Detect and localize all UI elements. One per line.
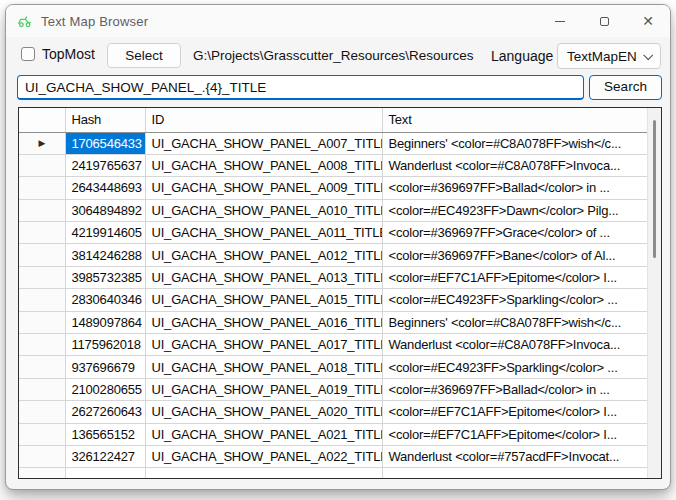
language-label: Language [491,48,553,64]
row-selector-cell[interactable] [19,423,65,445]
hash-cell[interactable]: 326122427 [65,445,145,467]
text-cell[interactable]: Beginners' <color=#C8A078FF>wish</c... [382,311,647,333]
text-cell[interactable]: <color=#EC4923FF>Sparkling</color> ... [382,289,647,311]
id-cell[interactable]: UI_GACHA_SHOW_PANEL_A012_TITLE [145,244,382,266]
column-header-hash[interactable]: Hash [65,108,145,132]
id-cell[interactable]: UI_GACHA_SHOW_PANEL_A009_TITLE [145,177,382,199]
grid-header-row: Hash ID Text [19,108,647,132]
text-cell[interactable]: <color=#369697FF>Ballad</color> in ... [382,378,647,400]
topmost-checkbox[interactable]: TopMost [21,46,95,62]
close-button[interactable]: ✕ [626,5,670,37]
hash-cell[interactable]: 136565152 [65,423,145,445]
id-cell[interactable]: UI_GACHA_SHOW_PANEL_A015_TITLE [145,289,382,311]
text-cell[interactable]: <color=#EF7C1AFF>Epitome</color> I... [382,266,647,288]
hash-cell[interactable]: 1175962018 [65,334,145,356]
topmost-label: TopMost [42,46,95,62]
table-row[interactable]: 2643448693 UI_GACHA_SHOW_PANEL_A009_TITL… [19,177,647,199]
id-cell[interactable]: UI_GACHA_SHOW_PANEL_A013_TITLE [145,266,382,288]
row-selector-cell[interactable] [19,177,65,199]
id-cell[interactable]: UI_GACHA_SHOW_PANEL_A019_TITLE [145,378,382,400]
row-selector-cell[interactable] [19,289,65,311]
table-row[interactable]: 1175962018 UI_GACHA_SHOW_PANEL_A017_TITL… [19,334,647,356]
titlebar[interactable]: Text Map Browser ✕ [6,5,670,37]
id-cell[interactable]: UI_GACHA_SHOW_PANEL_A020_TITLE [145,401,382,423]
text-cell[interactable]: <color=#369697FF>Bane</color> of Al... [382,244,647,266]
hash-cell[interactable]: 2100280655 [65,378,145,400]
id-cell[interactable]: UI_GACHA_SHOW_PANEL_A010_TITLE [145,199,382,221]
table-row[interactable]: 4219914605 UI_GACHA_SHOW_PANEL_A011_TITL… [19,222,647,244]
id-cell[interactable]: UI_GACHA_SHOW_PANEL_A016_TITLE [145,311,382,333]
row-selector-cell[interactable] [19,401,65,423]
text-cell[interactable]: <color=#EC4923FF>Sparkling</color> ... [382,356,647,378]
maximize-button[interactable] [582,5,626,37]
vertical-scrollbar[interactable] [647,108,661,478]
table-row[interactable]: 326122427 UI_GACHA_SHOW_PANEL_A022_TITLE… [19,445,647,467]
text-cell[interactable]: Beginners' <color=#C8A078FF>wish</c... [382,132,647,154]
selected-row-arrow-icon[interactable]: ▶ [19,132,65,154]
hash-cell[interactable]: 2627260643 [65,401,145,423]
text-cell[interactable]: <color=#EC4923FF>Dawn</color> Pilg... [382,199,647,221]
id-cell[interactable]: UI_GACHA_SHOW_PANEL_A022_TITLE [145,445,382,467]
id-cell[interactable]: UI_GACHA_SHOW_PANEL_A008_TITLE [145,154,382,176]
search-input[interactable] [17,75,584,100]
row-selector-cell[interactable] [19,222,65,244]
text-cell[interactable]: <color=#369697FF>Grace</color> of ... [382,222,647,244]
row-selector-cell[interactable] [19,445,65,467]
hash-cell[interactable]: 3985732385 [65,266,145,288]
table-row[interactable]: 2830640346 UI_GACHA_SHOW_PANEL_A015_TITL… [19,289,647,311]
table-row[interactable]: 136565152 UI_GACHA_SHOW_PANEL_A021_TITLE… [19,423,647,445]
hash-cell[interactable]: 2419765637 [65,154,145,176]
search-button[interactable]: Search [589,75,662,100]
text-cell[interactable]: Wanderlust <color=#C8A078FF>Invoca... [382,334,647,356]
text-cell[interactable]: <color=#EF7C1AFF>Epitome</color> I... [382,401,647,423]
table-row[interactable]: ▶ 1706546433 UI_GACHA_SHOW_PANEL_A007_TI… [19,132,647,154]
table-row[interactable]: 2419765637 UI_GACHA_SHOW_PANEL_A008_TITL… [19,154,647,176]
hash-cell[interactable]: 4219914605 [65,222,145,244]
language-select[interactable]: TextMapEN [557,43,661,69]
text-cell[interactable]: Wanderlust <color=#C8A078FF>Invoca... [382,154,647,176]
row-selector-cell[interactable] [19,266,65,288]
hash-cell[interactable]: 2643448693 [65,177,145,199]
text-cell[interactable]: Wanderlust <color=#757acdFF>Invocat... [382,445,647,467]
row-selector-cell[interactable] [19,154,65,176]
id-cell[interactable]: UI_GACHA_SHOW_PANEL_A011_TITLE [145,222,382,244]
table-row[interactable]: 3814246288 UI_GACHA_SHOW_PANEL_A012_TITL… [19,244,647,266]
table-row[interactable] [19,468,647,478]
row-selector-cell[interactable] [19,311,65,333]
row-selector-cell[interactable] [19,378,65,400]
hash-cell[interactable] [65,468,145,478]
vertical-scrollbar-thumb[interactable] [653,120,656,258]
hash-cell[interactable]: 937696679 [65,356,145,378]
hash-cell[interactable]: 1489097864 [65,311,145,333]
row-selector-cell[interactable] [19,334,65,356]
table-row[interactable]: 937696679 UI_GACHA_SHOW_PANEL_A018_TITLE… [19,356,647,378]
hash-cell[interactable]: 1706546433 [65,132,145,154]
table-row[interactable]: 3985732385 UI_GACHA_SHOW_PANEL_A013_TITL… [19,266,647,288]
id-cell[interactable]: UI_GACHA_SHOW_PANEL_A017_TITLE [145,334,382,356]
text-cell[interactable] [382,468,647,478]
id-cell[interactable] [145,468,382,478]
select-button[interactable]: Select [107,43,181,68]
row-selector-cell[interactable] [19,468,65,478]
column-header-id[interactable]: ID [145,108,382,132]
id-cell[interactable]: UI_GACHA_SHOW_PANEL_A021_TITLE [145,423,382,445]
table-row[interactable]: 1489097864 UI_GACHA_SHOW_PANEL_A016_TITL… [19,311,647,333]
table-row[interactable]: 2627260643 UI_GACHA_SHOW_PANEL_A020_TITL… [19,401,647,423]
column-header-text[interactable]: Text [382,108,647,132]
table-row[interactable]: 3064894892 UI_GACHA_SHOW_PANEL_A010_TITL… [19,199,647,221]
grid-corner-header[interactable] [19,108,65,132]
table-row[interactable]: 2100280655 UI_GACHA_SHOW_PANEL_A019_TITL… [19,378,647,400]
hash-cell[interactable]: 3064894892 [65,199,145,221]
text-cell[interactable]: <color=#EF7C1AFF>Epitome</color> I... [382,423,647,445]
row-selector-cell[interactable] [19,199,65,221]
checkbox-box-icon[interactable] [21,47,35,61]
text-cell[interactable]: <color=#369697FF>Ballad</color> in ... [382,177,647,199]
row-selector-cell[interactable] [19,244,65,266]
id-cell[interactable]: UI_GACHA_SHOW_PANEL_A007_TITLE [145,132,382,154]
minimize-button[interactable] [538,5,582,37]
id-cell[interactable]: UI_GACHA_SHOW_PANEL_A018_TITLE [145,356,382,378]
hash-cell[interactable]: 3814246288 [65,244,145,266]
hash-cell[interactable]: 2830640346 [65,289,145,311]
minimize-icon [555,21,565,22]
row-selector-cell[interactable] [19,356,65,378]
